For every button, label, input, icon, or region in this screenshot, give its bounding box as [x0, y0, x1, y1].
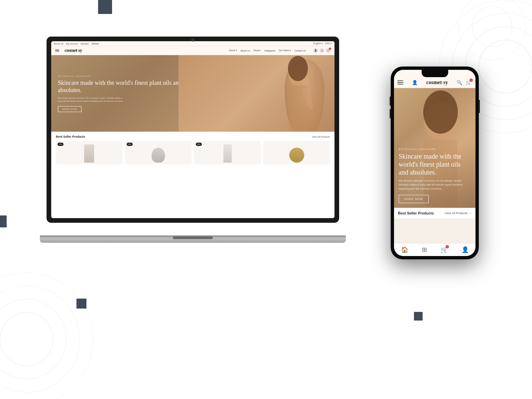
product-image-1 [84, 144, 94, 163]
cart-badge: 0 [329, 48, 331, 50]
phone-hero-description: We all have skincare concerns. it's not … [399, 179, 471, 191]
shop-nav-link[interactable]: Shop ▾ [253, 49, 261, 52]
product-badge-2: 24% [127, 143, 133, 146]
phone-shop-now-button[interactable]: SHOP NOW [399, 195, 429, 203]
product-card-1[interactable]: 17% [56, 141, 122, 164]
language-selector[interactable]: English ▾ [313, 42, 323, 45]
phone-products-title: Best Seller Products [398, 211, 434, 215]
cart-icon[interactable]: 🛒 0 [326, 48, 331, 53]
phone-hero-eyebrow: BOTANICAL SKINCARE [399, 148, 471, 150]
product-image-3 [223, 144, 232, 163]
laptop-products-title: Best Seller Products [56, 135, 85, 138]
phone-body: 👤 cosmet·sy 🔍 🛒 0 [391, 66, 479, 259]
laptop-topbar: About Us My account Wishlist Affiliate E… [51, 41, 334, 46]
laptop-screen: About Us My account Wishlist Affiliate E… [51, 41, 334, 218]
ournews-nav-link[interactable]: Our News ▾ [279, 49, 291, 52]
categories-nav-link[interactable]: Categories [264, 50, 275, 52]
product-card-2[interactable]: 24% [125, 141, 192, 164]
phone-screen: 👤 cosmet·sy 🔍 🛒 0 [394, 70, 475, 256]
phone-vol-up-button [390, 96, 391, 106]
product-badge-1: 17% [58, 143, 64, 146]
phone-hamburger-icon[interactable] [397, 80, 403, 84]
affiliate-link[interactable]: Affiliate [91, 43, 99, 45]
phone-nav-icons: 🔍 🛒 0 [456, 79, 472, 86]
user-icon[interactable]: 👤 [313, 48, 318, 53]
about-us-link[interactable]: About Us [54, 43, 64, 45]
phone-hero-title: Skincare made with the world's finest pl… [399, 152, 471, 176]
phone-hero-banner: BOTANICAL SKINCARE Skincare made with th… [394, 88, 475, 208]
laptop-logo[interactable]: cosmet·sy [65, 48, 82, 53]
phone-products-header: Best Seller Products View All Products → [398, 211, 471, 215]
phone-cart-icon[interactable]: 🛒 0 [466, 79, 472, 86]
phone-profile-tab[interactable]: 👤 [462, 246, 469, 253]
svg-point-21 [423, 90, 458, 134]
laptop-body: About Us My account Wishlist Affiliate E… [47, 37, 339, 223]
laptop-products-grid: 17% 24% 25% [56, 141, 330, 164]
laptop-nav-links: Home ▾ About Us Shop ▾ Categories Our Ne… [229, 49, 306, 52]
laptop-shop-now-button[interactable]: SHOP NOW [58, 106, 81, 112]
phone-home-tab[interactable]: 🏠 [401, 246, 408, 253]
phone-mockup: 👤 cosmet·sy 🔍 🛒 0 [391, 66, 479, 259]
home-nav-link[interactable]: Home ▾ [229, 49, 237, 52]
laptop-viewall-link[interactable]: View All Products [312, 136, 330, 138]
phone-logo[interactable]: cosmet·sy [426, 79, 448, 85]
laptop-products-section: Best Seller Products View All Products 1… [51, 132, 334, 218]
laptop-products-header: Best Seller Products View All Products [56, 135, 330, 138]
product-badge-3: 25% [196, 143, 202, 146]
phone-bottom-navbar: 🏠 ⊞ 🛒 0 👤 [394, 243, 475, 256]
phone-user-icon[interactable]: 👤 [412, 79, 418, 86]
phone-vol-down-button [390, 109, 391, 118]
product-image-4 [289, 148, 304, 163]
laptop-hero-woman-image [179, 55, 334, 132]
aboutus-nav-link[interactable]: About Us [240, 50, 250, 52]
svg-point-17 [288, 56, 308, 81]
wishlist-link[interactable]: Wishlist [81, 43, 89, 45]
phone-cart-tab[interactable]: 🛒 0 [441, 246, 448, 253]
phone-search-icon[interactable]: 🔍 [456, 79, 463, 86]
my-account-link[interactable]: My account [66, 43, 78, 45]
phone-hero-content: BOTANICAL SKINCARE Skincare made with th… [394, 143, 475, 208]
laptop-topbar-right: English ▾ USD ▾ [313, 42, 332, 45]
product-image-2 [152, 148, 165, 163]
laptop-base [40, 235, 346, 243]
laptop-hero-description: We all have skincare concerns. It's not … [58, 97, 124, 103]
laptop-mockup: About Us My account Wishlist Affiliate E… [47, 37, 339, 243]
phone-power-button [478, 100, 480, 113]
product-card-4[interactable] [263, 141, 330, 164]
phone-categories-tab[interactable]: ⊞ [422, 246, 427, 253]
currency-selector[interactable]: USD ▾ [325, 42, 332, 45]
contactus-nav-link[interactable]: Contact Us [294, 50, 306, 52]
phone-notch [422, 70, 448, 77]
phone-products-section: Best Seller Products View All Products → [394, 208, 475, 218]
phone-viewall-link[interactable]: View All Products → [445, 211, 471, 215]
product-card-3[interactable]: 25% [194, 141, 261, 164]
laptop-navbar: cosmet·sy Home ▾ About Us Shop ▾ Categor… [51, 46, 334, 55]
laptop-camera [191, 38, 195, 42]
phone-cart-badge: 0 [469, 78, 473, 82]
laptop-topbar-links: About Us My account Wishlist Affiliate [54, 43, 99, 45]
hamburger-icon[interactable] [55, 49, 59, 52]
phone-bottom-cart-badge: 0 [446, 245, 449, 248]
search-icon[interactable]: 🔍 [320, 48, 324, 53]
laptop-nav-icons: 👤 🔍 🛒 0 [313, 48, 331, 53]
laptop-hero-banner: BOTANICAL SKINCARE Skincare made with th… [51, 55, 334, 132]
